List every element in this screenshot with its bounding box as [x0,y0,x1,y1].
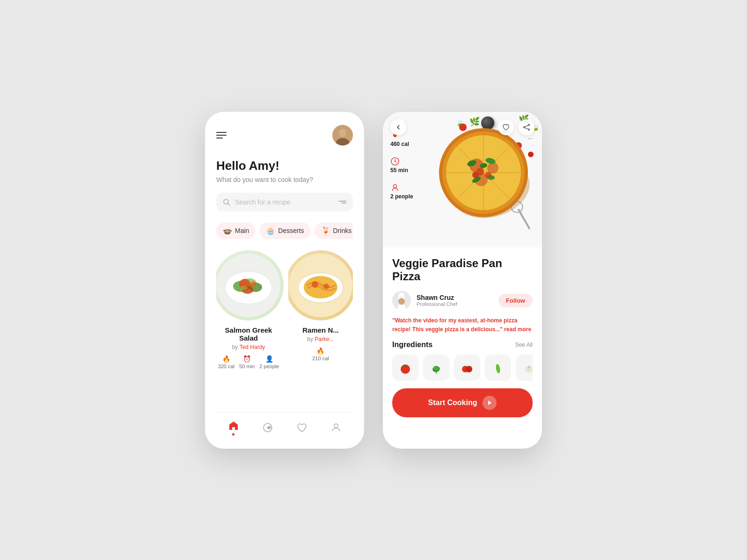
category-list: 🍲 Main 🧁 Desserts 🍹 Drinks [216,223,353,239]
cal-val-0: 320 cal [218,364,234,369]
recipe-image-salad [216,250,284,320]
svg-point-12 [250,281,256,287]
read-more-link[interactable]: read more [504,326,531,333]
stat-cal-val: 460 cal [390,141,409,147]
svg-point-21 [334,424,338,428]
svg-line-54 [525,127,528,129]
people-val-0: 2 people [259,364,279,369]
ingredient-1[interactable] [423,355,449,381]
play-icon [483,396,497,410]
user-avatar[interactable] [332,125,353,145]
left-phone: Hello Amy! What do you want to cook toda… [205,112,364,449]
nav-profile[interactable] [330,422,342,433]
people-icon-0: 👤 [265,355,273,363]
svg-point-49 [394,184,397,188]
category-desserts[interactable]: 🧁 Desserts [259,223,310,239]
stat-people-val: 2 people [390,193,413,200]
svg-point-17 [312,281,318,288]
bottom-nav [216,412,353,439]
recipe-author-0: by Ted Hardy [232,344,265,350]
svg-rect-59 [398,305,405,310]
ingredient-4[interactable] [516,355,533,381]
svg-marker-20 [267,426,271,429]
svg-point-13 [240,286,248,291]
see-all-button[interactable]: See All [515,342,533,348]
follow-button[interactable]: Follow [498,294,533,307]
svg-line-48 [395,161,396,162]
share-button[interactable] [519,119,535,135]
time-icon-0: ⏰ [243,355,251,363]
category-drinks-label: Drinks [333,227,352,234]
recipe-detail: Veggie Paradise Pan Pizza [383,247,542,449]
recipe-meta-1: 🔥 210 cal [312,347,329,361]
ingredients-title: Ingredients [392,341,432,349]
stat-time-val: 55 min [390,167,408,174]
recipe-image-area: 🍃 🌿 🍃 🍃 🌿 🍃 ··· [383,112,542,247]
search-bar[interactable]: Search for a recipe [216,193,353,211]
ingredient-0[interactable] [392,355,418,381]
right-phone: 🍃 🌿 🍃 🍃 🌿 🍃 ··· [383,112,542,449]
people-icon [390,183,400,192]
time-val-0: 50 min [239,364,255,369]
recipe-title: Veggie Paradise Pan Pizza [392,257,533,284]
svg-point-58 [398,298,405,305]
recipe-author-1: by Parke... [307,336,334,342]
svg-point-52 [524,126,525,128]
stat-time: 55 min [390,157,413,174]
svg-point-57 [398,292,405,297]
app-scene: Hello Amy! What do you want to cook toda… [186,93,561,467]
category-main[interactable]: 🍲 Main [216,223,256,239]
recipe-meta-0: 🔥 320 cal ⏰ 50 min 👤 2 people [218,355,279,369]
recipe-stats: 460 cal 55 min [390,131,413,200]
chef-title: Professional Chef [417,301,493,307]
svg-point-45 [509,199,525,214]
greeting-title: Hello Amy! [216,159,353,173]
start-cooking-label: Start Cooking [428,399,477,407]
filter-icon[interactable] [339,201,346,204]
cal-val-1: 210 cal [312,356,329,361]
recipe-list: Salmon Greek Salad by Ted Hardy 🔥 320 ca… [216,250,353,412]
nav-favorites[interactable] [296,422,308,433]
ingredient-2[interactable] [454,355,480,381]
main-icon: 🍲 [223,226,232,235]
stat-servings: 2 people [390,183,413,200]
svg-point-18 [323,284,329,289]
nav-explore[interactable] [262,422,273,433]
drinks-icon: 🍹 [321,226,330,235]
svg-line-4 [228,204,230,205]
svg-point-51 [528,129,530,130]
svg-point-1 [339,129,346,137]
category-drinks[interactable]: 🍹 Drinks [315,223,353,239]
ingredients-header: Ingredients See All [392,341,533,349]
clock-icon [390,157,400,166]
favorite-button[interactable] [498,119,514,135]
recipe-description: "Watch the video for my easiest, at-home… [392,316,533,334]
recipe-card-1[interactable]: Ramen N... by Parke... 🔥 210 cal [288,250,353,412]
search-input[interactable]: Search for a recipe [235,198,334,206]
recipe-name-0: Salmon Greek Salad [216,326,281,342]
chef-row: Shawn Cruz Professional Chef Follow [392,291,533,310]
chef-name: Shawn Cruz [417,294,493,301]
recipe-name-1: Ramen N... [302,326,339,334]
start-cooking-button[interactable]: Start Cooking [392,388,533,417]
action-buttons [498,119,535,135]
desserts-icon: 🧁 [266,226,275,235]
cal-icon-0: 🔥 [222,355,230,363]
greeting-subtitle: What do you want to cook today? [216,176,353,183]
category-desserts-label: Desserts [278,227,304,234]
svg-rect-44 [517,208,530,229]
recipe-card-0[interactable]: Salmon Greek Salad by Ted Hardy 🔥 320 ca… [216,250,281,412]
nav-home[interactable] [228,420,239,436]
category-main-label: Main [235,227,249,234]
ingredients-list [392,355,533,381]
ingredient-3[interactable] [485,355,511,381]
search-icon [223,198,230,206]
svg-point-50 [528,124,530,125]
menu-button[interactable] [216,132,227,138]
svg-line-53 [525,125,528,126]
recipe-image-ramen [288,250,353,320]
back-button[interactable] [390,119,406,135]
chef-avatar [392,291,411,310]
